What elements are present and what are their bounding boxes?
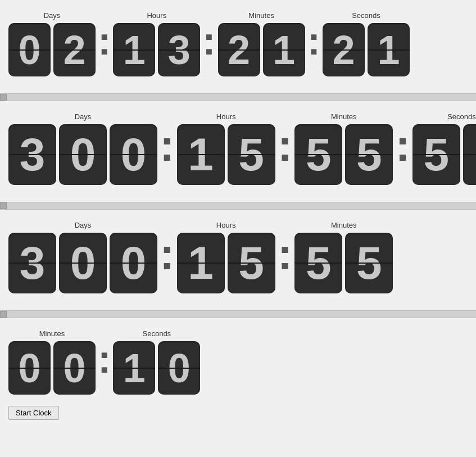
digits-minutes-4: 0 0	[8, 341, 96, 395]
digits-minutes-2: 5 5	[294, 124, 393, 185]
digit-card: 1	[263, 23, 305, 76]
digit-card: 5	[294, 124, 342, 185]
digit-card: 1	[177, 233, 225, 293]
clock-group-days-2: Days 3 0 0	[8, 112, 157, 185]
digit-card: 2	[218, 23, 260, 76]
digit-card: 1	[177, 124, 225, 185]
digit-card: 2	[323, 23, 365, 76]
clock-section-3: Days 3 0 0 : Hours 1 5 : Minutes 5 5	[0, 210, 476, 310]
clock-display-4: Minutes 0 0 : Seconds 1 0	[6, 324, 470, 400]
clock-display-2: Days 3 0 0 : Hours 1 5 : Minutes 5 5 :	[6, 107, 470, 191]
digit-card: 1	[463, 124, 476, 185]
separator: :	[96, 21, 113, 61]
label-minutes-1: Minutes	[248, 11, 274, 20]
label-days-2: Days	[75, 112, 92, 121]
separator: :	[275, 232, 295, 277]
clock-section-4: Minutes 0 0 : Seconds 1 0 Start Clock	[0, 318, 476, 437]
digits-hours-3: 1 5	[177, 233, 275, 293]
clock-group-days-1: Days 0 2	[8, 11, 96, 76]
digits-hours-1: 1 3	[113, 23, 200, 76]
start-clock-button[interactable]: Start Clock	[8, 406, 59, 420]
digit-card: 5	[345, 124, 393, 185]
digits-seconds-2: 5 1	[412, 124, 476, 185]
label-hours-1: Hours	[147, 11, 166, 20]
digit-card: 3	[8, 124, 56, 185]
clock-group-hours-3: Hours 1 5	[177, 221, 275, 293]
label-minutes-4: Minutes	[39, 329, 65, 338]
label-seconds-2: Seconds	[447, 112, 476, 121]
separator: :	[200, 21, 217, 61]
digit-card: 1	[113, 341, 155, 395]
scrollbar-3[interactable]	[0, 310, 476, 318]
clock-display-1: Days 0 2 : Hours 1 3 : Minutes 2 1 :	[6, 6, 470, 82]
digit-card: 5	[228, 124, 275, 185]
digit-card: 0	[8, 341, 51, 395]
clock-group-minutes-4: Minutes 0 0	[8, 329, 96, 395]
digits-days-2: 3 0 0	[8, 124, 157, 185]
clock-group-seconds-2: Seconds 5 1	[412, 112, 476, 185]
separator: :	[275, 123, 295, 168]
clock-display-3: Days 3 0 0 : Hours 1 5 : Minutes 5 5	[6, 215, 470, 299]
digit-card: 0	[59, 233, 107, 293]
separator: :	[393, 123, 412, 168]
digits-seconds-4: 1 0	[113, 341, 200, 395]
label-seconds-4: Seconds	[143, 329, 171, 338]
clock-group-seconds-1: Seconds 2 1	[323, 11, 410, 76]
clock-group-minutes-3: Minutes 5 5	[294, 221, 393, 293]
clock-group-hours-1: Hours 1 3	[113, 11, 200, 76]
separator: :	[305, 21, 323, 61]
digits-minutes-1: 2 1	[218, 23, 305, 76]
digit-card: 2	[53, 23, 96, 76]
clock-section-1: Days 0 2 : Hours 1 3 : Minutes 2 1 :	[0, 0, 476, 93]
label-hours-3: Hours	[216, 221, 236, 229]
separator: :	[157, 123, 177, 168]
digit-card: 0	[8, 23, 51, 76]
digits-minutes-3: 5 5	[294, 233, 393, 293]
digit-card: 0	[110, 233, 157, 293]
digit-card: 5	[294, 233, 342, 293]
clock-group-minutes-1: Minutes 2 1	[218, 11, 305, 76]
digit-card: 5	[228, 233, 275, 293]
scrollbar-1[interactable]	[0, 93, 476, 101]
label-minutes-3: Minutes	[331, 221, 357, 229]
digit-card: 0	[59, 124, 107, 185]
digits-days-3: 3 0 0	[8, 233, 157, 293]
digit-card: 3	[8, 233, 56, 293]
label-days-1: Days	[44, 11, 61, 20]
digits-hours-2: 1 5	[177, 124, 275, 185]
clock-section-2: Days 3 0 0 : Hours 1 5 : Minutes 5 5 :	[0, 101, 476, 202]
digit-card: 3	[158, 23, 200, 76]
digit-card: 0	[158, 341, 200, 395]
clock-group-seconds-4: Seconds 1 0	[113, 329, 200, 395]
digit-card: 5	[345, 233, 393, 293]
digit-card: 5	[412, 124, 460, 185]
digits-seconds-1: 2 1	[323, 23, 410, 76]
digit-card: 0	[110, 124, 157, 185]
label-minutes-2: Minutes	[331, 112, 357, 121]
label-seconds-1: Seconds	[352, 11, 380, 20]
clock-group-days-3: Days 3 0 0	[8, 221, 157, 293]
digit-card: 0	[53, 341, 96, 395]
digit-card: 1	[368, 23, 410, 76]
separator: :	[157, 232, 177, 277]
clock-group-minutes-2: Minutes 5 5	[294, 112, 393, 185]
clock-group-hours-2: Hours 1 5	[177, 112, 275, 185]
separator: :	[96, 340, 113, 379]
digit-card: 1	[113, 23, 155, 76]
digits-days-1: 0 2	[8, 23, 96, 76]
label-days-3: Days	[75, 221, 92, 229]
label-hours-2: Hours	[216, 112, 236, 121]
scrollbar-2[interactable]	[0, 202, 476, 210]
